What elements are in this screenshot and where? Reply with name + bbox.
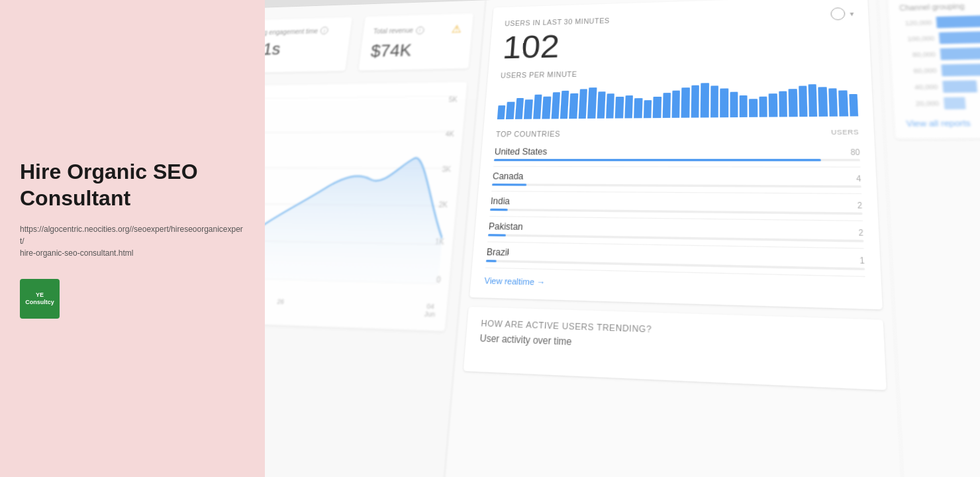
view-all-link[interactable]: View all reports bbox=[906, 117, 980, 128]
country-users: 4 bbox=[856, 174, 861, 183]
bar-chart-bar bbox=[808, 84, 818, 117]
h-bar-label: 60,000 bbox=[903, 67, 937, 75]
x-label-empty bbox=[352, 300, 354, 315]
bar-chart-bar bbox=[615, 97, 624, 118]
country-users: 80 bbox=[850, 148, 860, 157]
bar-chart-bar bbox=[749, 99, 758, 117]
page-url: https://algocentric.neocities.org//seoex… bbox=[20, 223, 245, 259]
view-realtime-link[interactable]: View realtime → bbox=[484, 276, 866, 295]
line-chart: 5K 4K 3K 2K 1K 0 bbox=[265, 82, 467, 331]
country-row: Brazil 1 bbox=[485, 242, 865, 277]
bar-chart-bar bbox=[653, 97, 662, 119]
country-users: 2 bbox=[858, 201, 863, 210]
bar-chart-bar bbox=[662, 93, 671, 118]
bar-chart-bar bbox=[624, 95, 633, 119]
bar-chart-bar bbox=[506, 102, 514, 119]
realtime-title: USERS IN LAST 30 MINUTES bbox=[505, 17, 610, 27]
bar-chart-bar bbox=[779, 91, 787, 117]
country-users: 1 bbox=[859, 256, 865, 266]
country-row: United States 80 bbox=[493, 141, 860, 168]
analytics-content: Avg engagement time i 51s Total revenue … bbox=[265, 0, 980, 477]
line-chart-svg bbox=[265, 95, 456, 284]
h-bar-fill bbox=[944, 97, 966, 109]
country-list: United States 80 Canada 4 India 2 Pakist… bbox=[485, 141, 865, 277]
bar-chart-bar bbox=[828, 88, 838, 117]
h-bar-fill bbox=[936, 13, 980, 28]
users-per-minute-chart bbox=[497, 80, 858, 120]
dropdown-arrow[interactable]: ▾ bbox=[850, 9, 854, 17]
engagement-widget: Avg engagement time i 51s bbox=[265, 17, 352, 73]
page-title: Hire Organic SEO Consultant bbox=[20, 158, 245, 211]
analytics-right-panel: USERS IN LAST 30 MINUTES ▾ 102 USERS PER… bbox=[435, 0, 910, 477]
h-bar-fill bbox=[941, 64, 980, 76]
h-bar-row: 60,000 bbox=[903, 62, 980, 77]
users-per-min-label: USERS PER MINUTE bbox=[501, 66, 857, 80]
bar-chart-bar bbox=[672, 91, 681, 118]
bottom-widget: HOW ARE ACTIVE USERS TRENDING? User acti… bbox=[464, 307, 887, 390]
far-right-widget: Channel grouping 120,000 100,000 80,000 … bbox=[887, 0, 980, 139]
engagement-info-icon: i bbox=[320, 26, 328, 34]
bar-chart-bar bbox=[838, 90, 848, 116]
bar-chart-bar bbox=[789, 89, 798, 117]
country-bar-fill bbox=[492, 184, 526, 186]
realtime-widget: USERS IN LAST 30 MINUTES ▾ 102 USERS PER… bbox=[469, 0, 883, 309]
h-bar-label: 20,000 bbox=[905, 99, 940, 107]
realtime-controls[interactable]: ▾ bbox=[830, 7, 854, 21]
bar-chart-bar bbox=[533, 95, 542, 119]
chart-x-labels: 26 04Jun bbox=[265, 295, 436, 318]
h-bar-row: 80,000 bbox=[902, 46, 980, 61]
bar-chart-bar bbox=[597, 91, 605, 119]
h-bar-fill bbox=[939, 30, 980, 44]
bar-chart-bar bbox=[799, 86, 808, 117]
right-panel: Avg engagement time i 51s Total revenue … bbox=[265, 0, 980, 477]
country-bar-fill bbox=[494, 159, 821, 161]
bar-chart-bar bbox=[818, 87, 828, 117]
h-bar-row: 100,000 bbox=[901, 29, 980, 45]
x-label-jun: 04Jun bbox=[424, 302, 436, 318]
bar-chart-bar bbox=[606, 93, 614, 119]
engagement-value: 51s bbox=[265, 38, 339, 60]
h-bar-row: 40,000 bbox=[904, 79, 980, 93]
country-bar-fill bbox=[490, 209, 507, 211]
bar-chart-bar bbox=[542, 97, 551, 119]
revenue-label: Total revenue i ⚠ bbox=[373, 23, 462, 37]
country-name: United States bbox=[494, 146, 547, 156]
warning-icon: ⚠ bbox=[451, 23, 462, 35]
bar-chart-bar bbox=[740, 95, 748, 117]
bar-chart-bar bbox=[524, 99, 532, 119]
country-users: 2 bbox=[858, 229, 863, 238]
svg-line-0 bbox=[265, 95, 456, 98]
bar-chart-bar bbox=[551, 92, 560, 119]
bar-chart-bar bbox=[560, 91, 569, 119]
horizontal-bar-chart: 120,000 100,000 80,000 60,000 40,000 20,… bbox=[900, 13, 980, 110]
country-name: India bbox=[490, 196, 510, 207]
bar-chart-bar bbox=[569, 93, 579, 119]
left-panel: Hire Organic SEO Consultant https://algo… bbox=[0, 0, 265, 477]
bar-chart-bar bbox=[691, 85, 699, 118]
svg-line-1 bbox=[265, 132, 452, 133]
bar-chart-bar bbox=[497, 105, 506, 119]
engagement-label: Avg engagement time i bbox=[265, 26, 340, 36]
h-bar-row: 20,000 bbox=[905, 95, 980, 109]
bar-chart-bar bbox=[849, 94, 858, 117]
bar-chart-bar bbox=[634, 98, 642, 118]
country-name: Canada bbox=[492, 171, 524, 182]
h-bar-row: 120,000 bbox=[900, 13, 980, 29]
bar-chart-bar bbox=[769, 93, 777, 117]
bar-chart-bar bbox=[515, 98, 524, 119]
users-count: 102 bbox=[501, 23, 856, 64]
country-bar-fill bbox=[488, 234, 506, 237]
refresh-icon[interactable] bbox=[830, 7, 845, 21]
revenue-info-icon: i bbox=[415, 26, 424, 34]
top-countries-label: TOP COUNTRIES USERS bbox=[496, 129, 859, 138]
favicon: YE Consultcy bbox=[20, 279, 60, 319]
country-name: Brazil bbox=[486, 246, 509, 258]
country-bar-bg bbox=[494, 159, 860, 162]
bar-chart-bar bbox=[578, 89, 587, 119]
bar-chart-bar bbox=[587, 87, 597, 119]
country-row: Canada 4 bbox=[491, 167, 861, 194]
country-name: Pakistan bbox=[488, 221, 523, 233]
h-bar-label: 100,000 bbox=[901, 34, 935, 42]
h-bar-label: 80,000 bbox=[902, 50, 936, 58]
h-bar-label: 120,000 bbox=[900, 19, 932, 27]
